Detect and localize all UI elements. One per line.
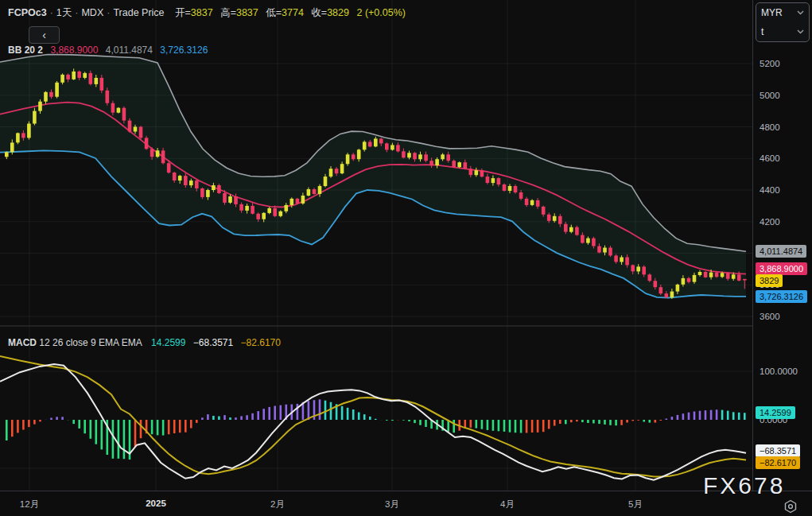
gear-icon[interactable] bbox=[782, 498, 799, 515]
price-tick-label: 4200 bbox=[760, 217, 780, 227]
time-tick-label: 12月 bbox=[20, 499, 39, 510]
bb-lower-value: 3,726.3126 bbox=[160, 45, 208, 56]
bb-mid-value: 3,868.9000 bbox=[50, 45, 98, 56]
price-tick-label: 4800 bbox=[760, 122, 780, 132]
series-type-label: Trade Price bbox=[113, 7, 164, 18]
low-value: 3774 bbox=[282, 7, 304, 18]
bb-legend[interactable]: BB 20 2 3,868.9000 4,011.4874 3,726.3126 bbox=[8, 45, 208, 56]
price-label-chip: 3829 bbox=[756, 274, 783, 287]
close-value: 3829 bbox=[327, 7, 349, 18]
trading-chart-window: MYR t 5200500048004600440042004000380036… bbox=[0, 0, 812, 516]
close-label: 收= bbox=[311, 7, 327, 18]
time-tick-label: 3月 bbox=[385, 499, 399, 510]
time-tick-label: 4月 bbox=[500, 499, 515, 510]
chevron-down-icon bbox=[797, 10, 804, 15]
time-tick-label: 2025 bbox=[146, 499, 166, 508]
bb-params: 20 2 bbox=[25, 45, 43, 56]
chart-canvas[interactable] bbox=[0, 0, 752, 494]
currency-label: MYR bbox=[761, 7, 797, 18]
separator-dot: · bbox=[103, 7, 113, 18]
unit-dropdown[interactable]: t bbox=[756, 22, 809, 41]
price-label-chip: 4,011.4874 bbox=[756, 245, 806, 258]
macd-label-chip: −68.3571 bbox=[756, 444, 800, 457]
macd-tick-label: 100.0000 bbox=[760, 367, 798, 376]
bb-fill bbox=[0, 55, 746, 298]
macd-signal-value: −82.6170 bbox=[241, 337, 281, 348]
chevron-left-icon: ‹ bbox=[42, 29, 46, 41]
macd-label-chip: 14.2599 bbox=[756, 406, 795, 419]
open-label: 开= bbox=[175, 7, 191, 18]
macd-label-chip: −82.6170 bbox=[756, 456, 800, 469]
time-axis[interactable]: 12月20252月3月4月5月 bbox=[0, 491, 812, 516]
bb-name: BB bbox=[8, 45, 21, 56]
price-tick-label: 5000 bbox=[760, 91, 780, 100]
currency-dropdown[interactable]: MYR bbox=[756, 3, 809, 22]
change-value: 2 (+0.05%) bbox=[356, 7, 406, 18]
symbol-legend[interactable]: FCPOc3·1天·MDX·Trade Price 开=3837 高=3837 … bbox=[8, 6, 406, 20]
time-tick-label: 5月 bbox=[628, 499, 643, 510]
price-label-chip: 3,726.3126 bbox=[756, 290, 807, 303]
unit-label: t bbox=[761, 26, 797, 37]
low-label: 低= bbox=[266, 7, 282, 18]
interval-label: 1天 bbox=[56, 7, 72, 18]
back-button[interactable]: ‹ bbox=[29, 26, 60, 44]
bb-upper-value: 4,011.4874 bbox=[106, 45, 153, 56]
price-tick-label: 3600 bbox=[760, 312, 780, 321]
separator-dot: · bbox=[47, 7, 56, 18]
exchange-label: MDX bbox=[81, 7, 103, 18]
macd-histogram bbox=[6, 399, 744, 460]
open-value: 3837 bbox=[191, 7, 213, 18]
price-tick-label: 4400 bbox=[760, 185, 780, 195]
chevron-down-icon bbox=[797, 29, 804, 34]
separator-dot: · bbox=[72, 7, 81, 18]
price-tick-label: 4600 bbox=[760, 153, 780, 163]
macd-line-value: −68.3571 bbox=[193, 337, 233, 348]
fx678-watermark: FX678 bbox=[703, 472, 785, 499]
macd-hist-value: 14.2599 bbox=[151, 337, 185, 348]
price-tick-label: 5200 bbox=[760, 59, 780, 68]
price-label-chip: 3,868.9000 bbox=[756, 262, 807, 275]
high-value: 3837 bbox=[236, 7, 258, 18]
symbol-name: FCPOc3 bbox=[8, 7, 47, 18]
time-tick-label: 2月 bbox=[270, 499, 285, 510]
high-label: 高= bbox=[220, 7, 236, 18]
macd-params: 12 26 close 9 EMA EMA bbox=[39, 337, 142, 348]
macd-name: MACD bbox=[8, 337, 37, 348]
price-axis[interactable]: MYR t 5200500048004600440042004000380036… bbox=[752, 0, 812, 491]
macd-legend[interactable]: MACD 12 26 close 9 EMA EMA 14.2599 −68.3… bbox=[8, 337, 281, 348]
axis-selector-box: MYR t bbox=[756, 2, 810, 42]
